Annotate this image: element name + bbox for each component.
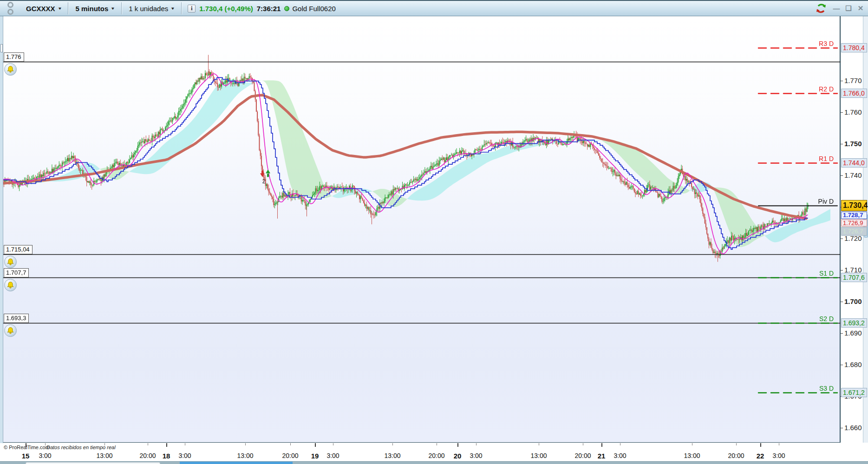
x-axis-tick-mark	[457, 443, 458, 447]
y-axis-tick-mark	[841, 302, 843, 302]
x-axis-tick-label: 20:00	[139, 452, 156, 459]
restore-button[interactable]: ❏	[844, 4, 853, 13]
x-axis-tick-mark	[736, 443, 737, 445]
chart-plot-area[interactable]: 1.776 1.715,04 1.707,7 1.693,3	[3, 16, 841, 443]
chevron-down-icon: ▼	[170, 6, 175, 11]
alert-level-label[interactable]: 1.715,04	[4, 245, 33, 254]
chart-footer: © ProRealTime.com Datos recibidos en tie…	[0, 443, 868, 451]
x-axis-tick-label: 3:00	[613, 452, 626, 459]
trading-window: GCXXXX ▼ 5 minutos ▼ 1 k unidades ▼ i 1.…	[0, 0, 868, 464]
x-axis-tick-mark	[692, 443, 692, 445]
x-axis-tick-mark	[437, 443, 437, 445]
x-axis-tick-label: 13:00	[530, 452, 547, 459]
y-axis-tick-mark	[841, 112, 843, 113]
timeframe-dropdown[interactable]: 5 minutos ▼	[70, 1, 120, 16]
symbol-name: Gold Full0620	[292, 5, 335, 13]
x-axis-tick-label: 18	[163, 452, 170, 460]
y-axis-tick-mark	[841, 144, 843, 144]
y-axis-tick-label: 1.660	[844, 424, 862, 432]
x-axis-tick-label: 3:00	[326, 452, 339, 459]
units-dropdown[interactable]: 1 k unidades ▼	[123, 1, 180, 16]
alert-bell-icon[interactable]	[4, 256, 17, 268]
y-axis-tick-mark	[841, 270, 843, 271]
x-axis-tick-mark	[539, 443, 539, 445]
alert-bell-icon[interactable]	[4, 63, 17, 76]
x-axis-tick-label: 22	[757, 452, 764, 460]
alert-level-label[interactable]: 1.693,3	[4, 314, 29, 323]
x-axis-tick-label: 3:00	[772, 452, 785, 459]
pivot-price-label: 1.766,0	[841, 89, 867, 98]
y-axis-tick-label: 1.740	[844, 171, 862, 179]
pivot-price-label: 1.744,0	[841, 158, 867, 168]
x-axis-tick-mark	[333, 443, 333, 445]
minimize-button[interactable]: —	[832, 4, 841, 13]
x-axis-tick-mark	[760, 443, 761, 447]
chevron-down-icon: ▼	[111, 6, 115, 11]
panel-collapse-handle[interactable]	[0, 44, 3, 52]
y-axis-tick-mark	[841, 238, 843, 239]
pivot-price-label: 1.693,2	[841, 318, 867, 328]
x-axis-tick-label: 19	[311, 452, 319, 460]
chevron-down-icon: ▼	[57, 6, 62, 11]
x-axis-tick-label: 15	[22, 452, 30, 460]
x-axis-tick-label: 20:00	[574, 452, 591, 459]
x-axis-tick-label: 13:00	[96, 452, 112, 459]
x-axis-tick-mark	[476, 443, 476, 445]
pivot-price-label: 1.780,4	[841, 43, 867, 52]
x-axis-tick-label: 13:00	[684, 452, 700, 459]
x-axis-tick-label: 20	[454, 452, 462, 460]
copyright: © ProRealTime.com	[4, 445, 50, 450]
y-axis-tick-label: 1.760	[844, 108, 862, 116]
last-price-change: 1.730,4 (+0,49%)	[199, 5, 253, 13]
x-axis-tick-label: 20:00	[728, 452, 744, 459]
pivot-price-label: 1.671,2	[841, 388, 867, 397]
x-axis-tick-label: 3:00	[178, 452, 191, 459]
x-axis-tick-mark	[392, 443, 393, 445]
current-price-label: 1.730,4	[841, 200, 867, 211]
x-axis-tick-mark	[315, 443, 316, 447]
alert-bell-icon[interactable]	[4, 279, 17, 291]
x-axis-tick-mark	[26, 443, 26, 447]
horizontal-scrollbar[interactable]	[0, 461, 868, 464]
horizontal-scrollbar-thumb[interactable]	[26, 462, 160, 464]
y-axis-tick-mark	[841, 81, 843, 81]
info-icon[interactable]: i	[188, 5, 196, 13]
alert-level-label[interactable]: 1.707,7	[4, 268, 29, 277]
x-axis-tick-mark	[601, 443, 602, 447]
order-price-label: 1.728,7	[841, 212, 867, 219]
x-axis-tick-mark	[104, 443, 105, 445]
status-dot-icon	[284, 6, 289, 11]
price-chart-canvas[interactable]	[3, 16, 841, 443]
alert-level-label[interactable]: 1.776	[4, 52, 24, 62]
x-axis-tick-label: 20:00	[282, 452, 298, 459]
refresh-icon[interactable]	[815, 3, 827, 14]
x-axis-tick-label: 3:00	[39, 452, 51, 459]
x-axis-tick-mark	[45, 443, 46, 445]
toolbar-separator	[181, 2, 182, 14]
clock: 7:36:21	[257, 5, 281, 13]
x-axis-tick-mark	[583, 443, 583, 445]
x-axis-tick-mark	[620, 443, 620, 445]
loaded-range-indicator	[180, 462, 293, 464]
order-price-label: 1.726,7	[841, 227, 867, 236]
alert-bell-icon[interactable]	[4, 324, 17, 337]
instrument-dropdown[interactable]: GCXXXX ▼	[20, 1, 67, 16]
x-axis-tick-mark	[166, 443, 167, 447]
time-axis[interactable]: 153:0013:0020:00183:0013:0020:00193:0013…	[0, 451, 868, 461]
x-axis-tick-mark	[148, 443, 148, 445]
close-button[interactable]: ✕	[856, 4, 865, 13]
x-axis-tick-mark	[290, 443, 291, 445]
x-axis-tick-label: 13:00	[237, 452, 253, 459]
y-axis-tick-mark	[841, 333, 843, 334]
x-axis-tick-label: 21	[598, 452, 606, 460]
y-axis-tick-label: 1.690	[844, 329, 862, 337]
x-axis-tick-label: 3:00	[470, 452, 482, 459]
drag-grip-icon[interactable]	[0, 1, 20, 16]
y-axis-tick-mark	[841, 365, 843, 365]
y-axis-tick-mark	[841, 175, 843, 176]
timeframe-label: 5 minutos	[75, 5, 108, 13]
pivot-price-label: 1.707,6	[841, 273, 867, 282]
left-panel-strip	[0, 16, 3, 461]
toolbar: GCXXXX ▼ 5 minutos ▼ 1 k unidades ▼ i 1.…	[0, 1, 868, 16]
toolbar-separator	[121, 2, 122, 14]
